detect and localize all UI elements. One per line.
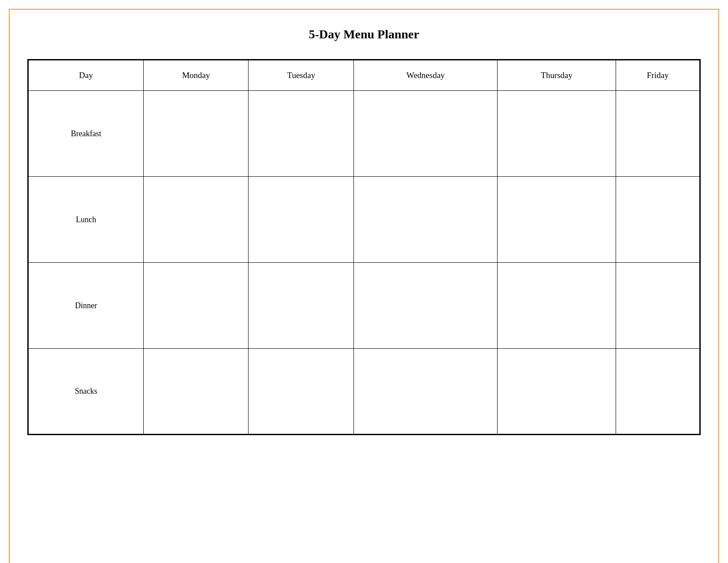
col-tuesday: Tuesday xyxy=(249,60,354,91)
cell-dinner-thursday[interactable] xyxy=(498,263,616,349)
cell-breakfast-wednesday[interactable] xyxy=(354,91,498,177)
col-monday: Monday xyxy=(144,60,249,91)
col-day: Day xyxy=(28,60,144,91)
planner-table: Day Monday Tuesday Wednesday Thursday Fr… xyxy=(27,59,701,435)
row-breakfast: Breakfast xyxy=(28,91,700,177)
cell-breakfast-tuesday[interactable] xyxy=(249,91,354,177)
header-row: Day Monday Tuesday Wednesday Thursday Fr… xyxy=(28,60,700,91)
cell-breakfast-monday[interactable] xyxy=(144,91,249,177)
cell-lunch-wednesday[interactable] xyxy=(354,177,498,263)
cell-dinner-tuesday[interactable] xyxy=(249,263,354,349)
cell-lunch-tuesday[interactable] xyxy=(249,177,354,263)
cell-snacks-tuesday[interactable] xyxy=(249,349,354,435)
meal-label-lunch: Lunch xyxy=(28,177,144,263)
cell-snacks-wednesday[interactable] xyxy=(354,349,498,435)
meal-label-dinner: Dinner xyxy=(28,263,144,349)
page-container: 5-Day Menu Planner Day Monday Tuesday We… xyxy=(9,9,719,563)
col-friday: Friday xyxy=(616,60,700,91)
cell-lunch-monday[interactable] xyxy=(144,177,249,263)
row-snacks: Snacks xyxy=(28,349,700,435)
cell-snacks-friday[interactable] xyxy=(616,349,700,435)
cell-dinner-monday[interactable] xyxy=(144,263,249,349)
col-wednesday: Wednesday xyxy=(354,60,498,91)
meal-label-snacks: Snacks xyxy=(28,349,144,435)
col-thursday: Thursday xyxy=(498,60,616,91)
row-lunch: Lunch xyxy=(28,177,700,263)
cell-lunch-friday[interactable] xyxy=(616,177,700,263)
page-title: 5-Day Menu Planner xyxy=(309,27,419,41)
cell-snacks-monday[interactable] xyxy=(144,349,249,435)
cell-breakfast-thursday[interactable] xyxy=(498,91,616,177)
cell-dinner-wednesday[interactable] xyxy=(354,263,498,349)
row-dinner: Dinner xyxy=(28,263,700,349)
cell-snacks-thursday[interactable] xyxy=(498,349,616,435)
cell-breakfast-friday[interactable] xyxy=(616,91,700,177)
cell-lunch-thursday[interactable] xyxy=(498,177,616,263)
cell-dinner-friday[interactable] xyxy=(616,263,700,349)
meal-label-breakfast: Breakfast xyxy=(28,91,144,177)
